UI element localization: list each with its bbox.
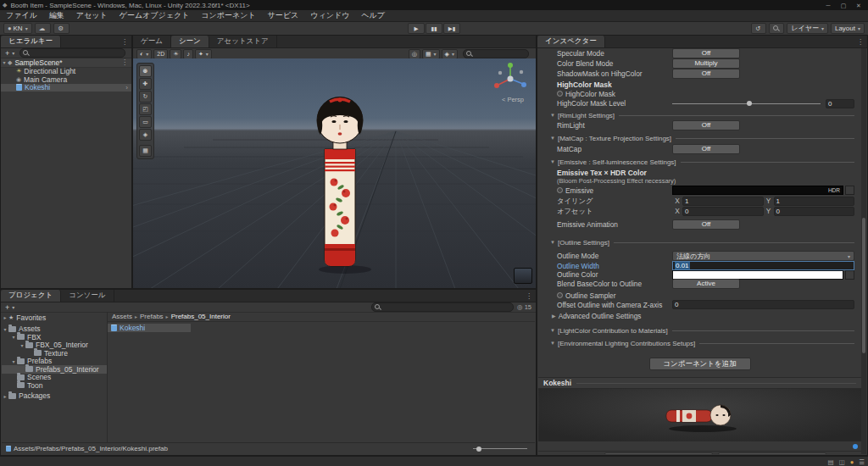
- close-button[interactable]: ✕: [852, 1, 865, 10]
- tree-item-fbx[interactable]: ▾ FBX: [2, 333, 107, 341]
- scene-viewport[interactable]: ⊛ ✚ ↻ ◰ ▭ ◈ ▦ < Persp: [133, 58, 536, 288]
- grid-dropdown[interactable]: ▦ ▾: [422, 49, 440, 59]
- blend-basecolor-button[interactable]: Active: [672, 279, 740, 289]
- panel-menu-icon[interactable]: ⋮: [522, 290, 536, 302]
- hidden-items-eye-icon[interactable]: ◎: [517, 303, 523, 311]
- advanced-outline-foldout[interactable]: ▶ Advanced Outline Settings: [538, 311, 861, 320]
- cloud-services-button[interactable]: ☁: [35, 23, 52, 34]
- perspective-label[interactable]: < Persp: [502, 96, 524, 103]
- shading-mode-dropdown[interactable]: ◐ ▾: [136, 49, 152, 59]
- menu-file[interactable]: ファイル: [0, 10, 43, 21]
- breadcrumb-assets[interactable]: Assets: [112, 313, 132, 320]
- offset-y-field[interactable]: 0: [774, 207, 855, 216]
- offset-outline-zaxis-field[interactable]: 0: [672, 300, 854, 309]
- step-button[interactable]: ▶▮: [443, 23, 460, 34]
- tab-hierarchy[interactable]: ヒエラルキー: [1, 36, 61, 47]
- hierarchy-search-input[interactable]: [19, 48, 125, 58]
- menu-services[interactable]: サービス: [262, 10, 305, 21]
- panel-menu-icon[interactable]: ⋮: [118, 36, 131, 47]
- tree-item-toon[interactable]: Toon: [2, 381, 107, 390]
- menu-help[interactable]: ヘルプ: [355, 10, 391, 21]
- outline-sampler-row[interactable]: Outline Sampler: [538, 291, 861, 300]
- settings-button[interactable]: ⚙: [53, 23, 70, 34]
- asset-preview[interactable]: [538, 389, 861, 441]
- matcap-button[interactable]: Off: [672, 144, 740, 154]
- move-tool-button[interactable]: ✚: [139, 78, 152, 90]
- scale-tool-button[interactable]: ◰: [139, 103, 152, 115]
- outline-mode-dropdown[interactable]: 法線の方向 ▾: [672, 251, 854, 261]
- 2d-toggle[interactable]: 2D: [153, 49, 168, 59]
- asset-item-kokeshi[interactable]: Kokeshi: [108, 324, 191, 332]
- menu-gameobject[interactable]: ゲームオブジェクト: [114, 10, 196, 21]
- breadcrumb-prefabs[interactable]: Prefabs: [140, 313, 164, 320]
- menu-edit[interactable]: 編集: [43, 10, 70, 21]
- rimlight-button[interactable]: Off: [672, 120, 740, 130]
- add-component-button[interactable]: コンポーネントを追加: [649, 358, 751, 370]
- open-prefab-arrow[interactable]: ›: [125, 84, 130, 92]
- outline-section-foldout[interactable]: ▼ [Outline Settings]: [550, 238, 854, 247]
- menu-component[interactable]: コンポーネント: [195, 10, 261, 21]
- tab-console[interactable]: コンソール: [61, 290, 114, 302]
- texture-slot-icon[interactable]: [557, 187, 563, 193]
- pause-button[interactable]: ▮▮: [426, 23, 442, 34]
- status-menu-icon[interactable]: ☰: [859, 458, 865, 466]
- rimlight-section-foldout[interactable]: ▼ [RimLight Settings]: [550, 111, 854, 119]
- emissive-animation-button[interactable]: Off: [672, 219, 740, 230]
- emissive-section-foldout[interactable]: ▼ [Emissive : Self-luminescence Settings…: [550, 158, 854, 166]
- slider-knob[interactable]: [747, 101, 752, 106]
- outline-width-field[interactable]: 0.01: [672, 261, 854, 270]
- scene-audio-toggle[interactable]: ♪: [183, 49, 193, 59]
- undo-history-button[interactable]: ↺: [751, 23, 766, 34]
- minimize-button[interactable]: ─: [821, 1, 835, 10]
- grid-snap-button[interactable]: ▦: [139, 145, 152, 157]
- transform-tool-button[interactable]: ◈: [139, 129, 152, 141]
- gizmos-dropdown[interactable]: ◈ ▾: [442, 49, 458, 59]
- create-asset-button[interactable]: + ▾: [3, 303, 16, 312]
- scene-header-row[interactable]: ▾ ◆ SampleScene* ⋮: [1, 58, 131, 68]
- favorites-item[interactable]: ▸ ★ Favorites: [2, 313, 107, 322]
- inspector-scrollbar[interactable]: [861, 48, 866, 454]
- tab-inspector[interactable]: インスペクター: [537, 36, 605, 47]
- matcap-section-foldout[interactable]: ▼ [MatCap : Texture Projection Settings]: [550, 134, 854, 142]
- tree-item-fbx-05-interior[interactable]: ▾ FBX_05_Interior: [2, 341, 107, 350]
- account-button[interactable]: ● KN ▾: [3, 23, 32, 34]
- scene-visibility-toggle[interactable]: ◎: [409, 49, 420, 59]
- play-button[interactable]: ▶: [408, 23, 425, 34]
- asset-bundle-dropdown[interactable]: None ▾: [604, 452, 713, 455]
- hierarchy-item-directional-light[interactable]: ☀ Directional Light: [1, 68, 131, 76]
- tiling-y-field[interactable]: 1: [774, 197, 855, 206]
- shadowmask-button[interactable]: Off: [672, 69, 740, 79]
- console-status-icon[interactable]: ◫: [839, 458, 845, 466]
- scene-search-input[interactable]: [463, 49, 529, 58]
- layers-dropdown[interactable]: レイヤー ▾: [787, 23, 828, 34]
- slider-knob[interactable]: [476, 447, 481, 452]
- layout-dropdown[interactable]: Layout ▾: [831, 23, 865, 34]
- environmental-section-foldout[interactable]: ▼ [Environmental Lighting Contributions …: [550, 339, 854, 347]
- lightcolor-section-foldout[interactable]: ▼ [LightColor Contribution to Materials]: [550, 326, 854, 335]
- highcolor-mask-level-slider[interactable]: [672, 99, 821, 108]
- color-picker-icon[interactable]: [845, 270, 854, 280]
- tab-project[interactable]: プロジェクト: [1, 290, 61, 302]
- effects-dropdown[interactable]: ✦ ▾: [195, 49, 212, 59]
- panel-menu-icon[interactable]: ⋮: [854, 36, 867, 47]
- specular-mode-button[interactable]: Off: [672, 48, 740, 58]
- tab-game[interactable]: ゲーム: [133, 36, 171, 47]
- asset-bundle-variant-dropdown[interactable]: None ▾: [718, 452, 826, 455]
- highcolor-mask-level-field[interactable]: 0: [826, 99, 854, 108]
- color-picker-icon[interactable]: [845, 186, 854, 195]
- create-button[interactable]: + ▾: [3, 49, 16, 58]
- project-search-input[interactable]: [371, 302, 514, 312]
- highcolor-mask-texture-row[interactable]: HighColor Mask: [538, 89, 861, 98]
- emissive-hdr-color-field[interactable]: HDR: [672, 186, 843, 195]
- tab-scene[interactable]: シーン: [171, 36, 209, 47]
- scene-lighting-toggle[interactable]: ☀: [170, 49, 181, 59]
- outline-color-swatch[interactable]: [672, 270, 843, 280]
- preview-header[interactable]: Kokeshi: [538, 377, 861, 389]
- breadcrumb-current-folder[interactable]: Prefabs_05_Interior: [171, 313, 231, 320]
- maximize-button[interactable]: ▢: [837, 1, 850, 10]
- global-search-button[interactable]: [769, 23, 784, 34]
- view-tool-button[interactable]: ⊛: [139, 65, 152, 77]
- tiling-x-field[interactable]: 1: [682, 197, 764, 206]
- thumbnail-zoom-slider[interactable]: [473, 445, 527, 453]
- scrollbar-thumb[interactable]: [862, 218, 865, 353]
